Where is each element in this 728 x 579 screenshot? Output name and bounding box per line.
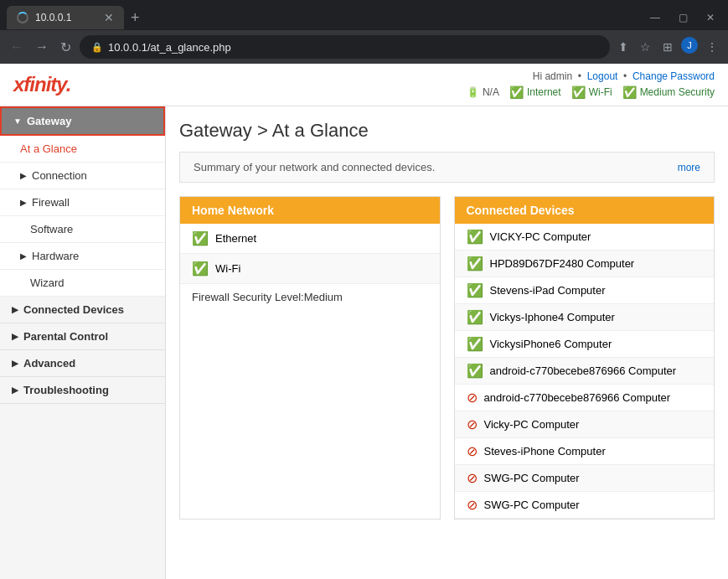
device-row: ✅ VickysiPhone6 Computer (455, 331, 715, 358)
connected-devices-panel: Connected Devices ✅ VICKY-PC Computer ✅ … (454, 196, 715, 520)
parental-control-arrow-icon: ▶ (12, 332, 18, 341)
logout-link[interactable]: Logout (587, 70, 618, 82)
device-label: SWG-PC Computer (484, 499, 580, 511)
sidebar: ▼ Gateway At a Glance ▶ Connection ▶ Fir… (0, 106, 166, 579)
wifi-label: Wi-Fi (589, 86, 612, 98)
device-label: VickysiPhone6 Computer (490, 338, 612, 350)
device-row: ⊘ android-c770becebe876966 Computer (455, 385, 715, 411)
device-label: HPD89D67DF2480 Computer (490, 257, 635, 270)
device-row: ✅ Stevens-iPad Computer (455, 277, 715, 304)
bookmark-icon[interactable]: ☆ (637, 37, 654, 57)
device-check-icon: ✅ (467, 309, 483, 325)
extensions-icon[interactable]: ⊞ (659, 37, 676, 57)
device-row: ✅ android-c770becebe876966 Computer (455, 358, 715, 385)
home-network-header: Home Network (180, 197, 440, 224)
share-icon[interactable]: ⬆ (615, 37, 632, 57)
internet-check-icon: ✅ (509, 85, 524, 99)
battery-icon: 🔋 (467, 86, 479, 98)
xfinity-logo: xfinity. (13, 73, 70, 96)
summary-bar: Summary of your network and connected de… (179, 152, 715, 183)
status-internet: ✅ Internet (509, 85, 561, 99)
security-check-icon: ✅ (622, 85, 637, 99)
header-links: Hi admin • Logout • Change Password (533, 70, 715, 82)
device-label: Stevens-iPad Computer (490, 284, 606, 297)
device-check-icon: ✅ (467, 282, 483, 298)
connection-label: Connection (32, 169, 87, 182)
sidebar-item-connection[interactable]: ▶ Connection (0, 163, 165, 189)
device-check-icon: ✅ (467, 256, 483, 271)
reload-button[interactable]: ↻ (57, 36, 75, 59)
ethernet-check-icon: ✅ (192, 230, 209, 246)
address-bar[interactable]: 🔒 10.0.0.1/at_a_glance.php (80, 35, 610, 59)
browser-tab[interactable]: 10.0.0.1 ✕ (7, 6, 124, 29)
status-security: ✅ Medium Security (622, 85, 715, 99)
device-row: ✅ VICKY-PC Computer (455, 224, 715, 251)
sidebar-item-firewall[interactable]: ▶ Firewall (0, 189, 165, 216)
home-network-body: ✅ Ethernet ✅ Wi-Fi Firewall Security Lev… (180, 224, 440, 310)
connected-devices-body: ✅ VICKY-PC Computer ✅ HPD89D67DF2480 Com… (455, 224, 715, 519)
device-row: ⊘ SWG-PC Computer (455, 465, 715, 492)
device-row: ✅ Vickys-Iphone4 Computer (455, 304, 715, 331)
device-label: SWG-PC Computer (484, 472, 580, 484)
more-link[interactable]: more (678, 162, 700, 173)
sidebar-item-hardware[interactable]: ▶ Hardware (0, 243, 165, 270)
menu-icon[interactable]: ⋮ (703, 37, 721, 57)
sidebar-item-software[interactable]: Software (0, 216, 165, 243)
sidebar-item-advanced[interactable]: ▶ Advanced (0, 350, 165, 377)
device-label: Vicky-PC Computer (484, 418, 580, 431)
sidebar-item-connected-devices[interactable]: ▶ Connected Devices (0, 297, 165, 323)
summary-text: Summary of your network and connected de… (194, 161, 435, 173)
toolbar-actions: ⬆ ☆ ⊞ J ⋮ (615, 37, 721, 57)
sidebar-item-wizard[interactable]: Wizard (0, 270, 165, 297)
home-network-panel: Home Network ✅ Ethernet ✅ Wi-Fi Firewall… (179, 196, 441, 520)
device-row: ⊘ Steves-iPhone Computer (455, 438, 715, 465)
status-wifi: ✅ Wi-Fi (571, 85, 612, 99)
gateway-label: Gateway (27, 115, 71, 127)
window-close-button[interactable]: ✕ (700, 8, 721, 27)
change-password-link[interactable]: Change Password (632, 70, 715, 82)
profile-icon[interactable]: J (681, 37, 698, 54)
window-minimize-button[interactable]: — (643, 8, 667, 27)
back-button[interactable]: ← (7, 36, 27, 58)
hardware-label: Hardware (32, 250, 79, 262)
advanced-label: Advanced (23, 357, 75, 370)
forward-button[interactable]: → (32, 36, 52, 58)
wifi-check-icon: ✅ (571, 85, 586, 99)
troubleshooting-arrow-icon: ▶ (12, 385, 18, 395)
lock-icon: 🔒 (91, 42, 103, 53)
page: xfinity. Hi admin • Logout • Change Pass… (0, 64, 728, 579)
device-row: ⊘ Vicky-PC Computer (455, 411, 715, 438)
sidebar-item-troubleshooting[interactable]: ▶ Troubleshooting (0, 377, 165, 404)
internet-label: Internet (527, 86, 561, 98)
tab-title: 10.0.0.1 (35, 12, 71, 23)
tab-spinner (17, 12, 28, 23)
tab-close-button[interactable]: ✕ (104, 11, 114, 24)
sidebar-item-parental-control[interactable]: ▶ Parental Control (0, 323, 165, 350)
device-label: android-c770becebe876966 Computer (490, 364, 677, 377)
ethernet-row: ✅ Ethernet (180, 224, 440, 254)
device-check-icon: ✅ (467, 229, 483, 245)
window-restore-button[interactable]: ▢ (672, 8, 694, 27)
window-controls: — ▢ ✕ (643, 8, 721, 27)
device-check-icon: ✅ (467, 336, 483, 352)
status-na: 🔋 N/A (467, 86, 499, 98)
new-tab-button[interactable]: + (131, 9, 140, 27)
device-error-icon: ⊘ (467, 416, 478, 432)
content-area: Gateway > At a Glance Summary of your ne… (166, 106, 728, 579)
wifi-row: ✅ Wi-Fi (180, 254, 440, 284)
sidebar-item-gateway[interactable]: ▼ Gateway (0, 106, 165, 136)
gateway-arrow-icon: ▼ (13, 116, 22, 126)
device-label: Steves-iPhone Computer (484, 445, 606, 458)
security-label: Medium Security (640, 86, 715, 98)
sidebar-item-at-a-glance[interactable]: At a Glance (0, 136, 165, 163)
wifi-row-check-icon: ✅ (192, 261, 209, 277)
header-right: Hi admin • Logout • Change Password 🔋 N/… (467, 70, 715, 99)
connection-arrow-icon: ▶ (20, 171, 27, 180)
firewall-arrow-icon: ▶ (20, 198, 27, 207)
page-title: Gateway > At a Glance (179, 120, 715, 142)
connected-devices-arrow-icon: ▶ (12, 305, 18, 314)
browser-toolbar: ← → ↻ 🔒 10.0.0.1/at_a_glance.php ⬆ ☆ ⊞ J… (0, 30, 728, 64)
connected-devices-header: Connected Devices (455, 197, 715, 224)
parental-control-label: Parental Control (23, 330, 108, 343)
advanced-arrow-icon: ▶ (12, 359, 18, 368)
